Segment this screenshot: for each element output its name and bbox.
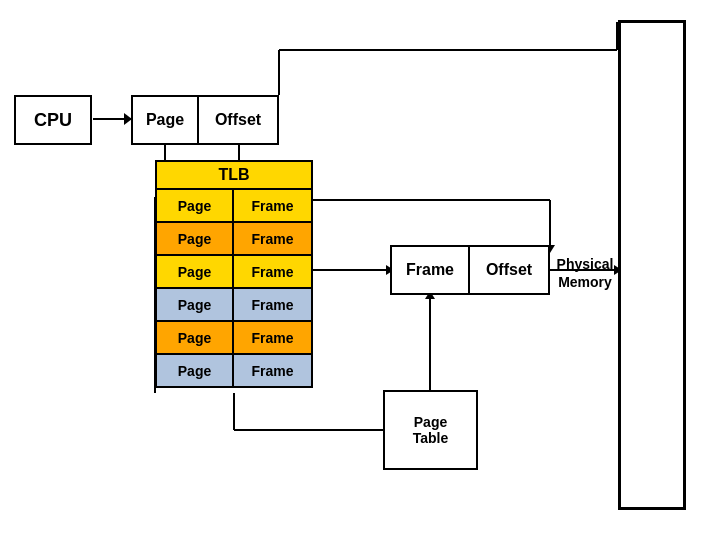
tlb-cell-page: Page [155, 322, 234, 355]
tlb-cell-page: Page [155, 355, 234, 388]
tlb-cell-page: Page [155, 190, 234, 223]
frame-offset-middle: Frame Offset [390, 245, 550, 295]
tlb-cell-frame: Frame [234, 289, 313, 322]
offset-middle-label: Offset [486, 261, 532, 279]
tlb-cell-page: Page [155, 289, 234, 322]
page-offset-top: Page Offset [131, 95, 279, 145]
tlb-row: Page Frame [155, 256, 313, 289]
tlb-row: Page Frame [155, 355, 313, 388]
arrow-cpu-to-page [93, 118, 131, 120]
diagram: CPU Page Offset TLB Page Frame Page [0, 0, 720, 540]
physical-memory-box [618, 20, 686, 510]
page-table-box: PageTable [383, 390, 478, 470]
tlb-cell-page: Page [155, 256, 234, 289]
cpu-box: CPU [14, 95, 92, 145]
tlb-cell-frame: Frame [234, 256, 313, 289]
frame-box: Frame [390, 245, 470, 295]
tlb-row: Page Frame [155, 289, 313, 322]
page-table-label: PageTable [413, 414, 449, 446]
tlb-cell-frame: Frame [234, 223, 313, 256]
tlb-cell-page: Page [155, 223, 234, 256]
tlb-cell-frame: Frame [234, 190, 313, 223]
offset-middle-box: Offset [470, 245, 550, 295]
tlb-header: TLB [155, 160, 313, 190]
page-top-box: Page [131, 95, 199, 145]
offset-top-label: Offset [215, 111, 261, 129]
frame-label: Frame [406, 261, 454, 279]
tlb-row: Page Frame [155, 223, 313, 256]
tlb-cell-frame: Frame [234, 355, 313, 388]
offset-top-box: Offset [199, 95, 279, 145]
tlb-row: Page Frame [155, 190, 313, 223]
page-top-label: Page [146, 111, 184, 129]
tlb-cell-frame: Frame [234, 322, 313, 355]
tlb-row: Page Frame [155, 322, 313, 355]
cpu-label: CPU [34, 110, 72, 131]
physical-memory-label: Physical Memory [555, 255, 615, 291]
tlb-table: TLB Page Frame Page Frame Page [155, 160, 313, 388]
